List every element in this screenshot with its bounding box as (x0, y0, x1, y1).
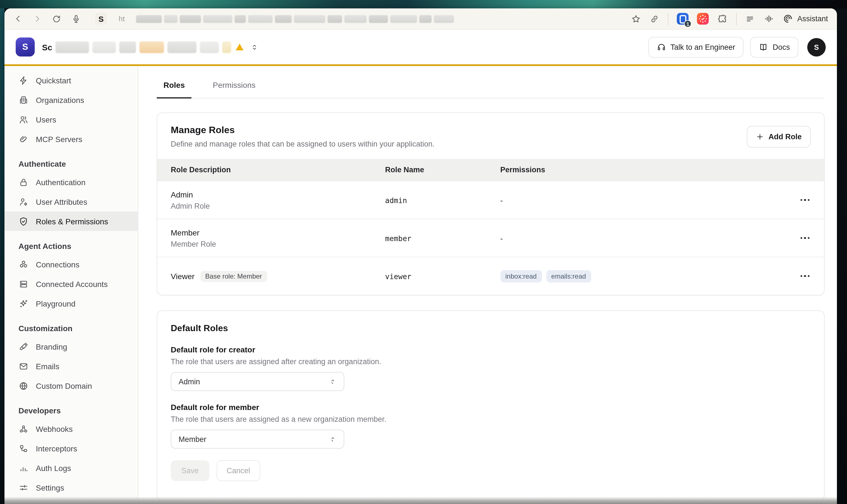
default-role-member-group: Default role for member The role that us… (171, 403, 811, 449)
save-button[interactable]: Save (171, 461, 209, 481)
app-logo: S (16, 37, 35, 56)
creator-role-select[interactable]: Admin (171, 372, 344, 391)
base-role-badge: Base role: Member (200, 270, 267, 282)
header-actions: Talk to an Engineer Docs S (648, 37, 826, 57)
tab-permissions[interactable]: Permissions (206, 80, 262, 98)
audio-equalizer-icon[interactable] (764, 14, 774, 24)
warning-triangle-icon (236, 43, 244, 50)
sidebar-item-webhooks[interactable]: Webhooks (4, 419, 138, 438)
sidebar-item-mcp-servers[interactable]: MCP Servers (4, 129, 138, 149)
default-roles-title: Default Roles (171, 323, 811, 334)
assistant-control[interactable]: Assistant (783, 14, 828, 24)
toolbar-divider (668, 13, 669, 25)
clock-extension-icon[interactable] (697, 13, 709, 24)
browser-toolbar-right: 1 (631, 13, 828, 25)
sidebar-item-organizations[interactable]: Organizations (4, 90, 138, 110)
docs-button[interactable]: Docs (750, 37, 798, 57)
extensions-puzzle-icon[interactable] (717, 14, 728, 24)
default-roles-card: Default Roles Default role for creator T… (157, 310, 825, 501)
chevron-updown-icon (329, 435, 336, 443)
sidebar-item-users[interactable]: Users (4, 110, 138, 129)
cancel-button[interactable]: Cancel (217, 461, 260, 481)
role-row-member: Member Member Role member - (157, 219, 824, 257)
tab-bar: Roles Permissions (157, 80, 825, 98)
plus-icon (756, 132, 764, 141)
manage-roles-title: Manage Roles (171, 125, 435, 136)
workspace-chevron-updown-icon[interactable] (250, 43, 259, 51)
webhook-icon (18, 424, 29, 434)
add-role-button[interactable]: Add Role (747, 126, 811, 148)
sidebar-item-roles-permissions[interactable]: Roles & Permissions (4, 212, 138, 231)
headphones-icon (656, 42, 666, 52)
sliders-icon (18, 483, 29, 492)
copy-link-icon[interactable] (650, 14, 659, 24)
sidebar-item-branding[interactable]: Branding (4, 337, 138, 356)
window-bottom-edge (4, 497, 837, 504)
role-subtitle: Member Role (171, 240, 385, 248)
forward-icon[interactable] (33, 14, 42, 23)
row-menu-icon[interactable] (799, 272, 811, 281)
role-name-value: viewer (385, 272, 412, 281)
permissions-empty: - (500, 196, 503, 204)
row-menu-icon[interactable] (799, 234, 811, 242)
sidebar-item-emails[interactable]: Emails (4, 356, 138, 376)
manage-roles-card: Manage Roles Define and manage roles tha… (157, 112, 825, 295)
sidebar-item-interceptors[interactable]: Interceptors (4, 438, 138, 458)
assistant-label: Assistant (797, 15, 828, 23)
sidebar-item-settings[interactable]: Settings (4, 478, 138, 497)
workspace-name: Sc (42, 42, 52, 52)
tab-roles[interactable]: Roles (157, 80, 191, 98)
paintbrush-icon (18, 342, 29, 352)
assistant-swirl-icon (783, 14, 793, 24)
sidebar-item-auth-logs[interactable]: Auth Logs (4, 458, 138, 478)
password-manager-extension-icon[interactable]: 1 (677, 13, 689, 24)
interceptor-icon (18, 443, 29, 453)
sidebar-item-connections[interactable]: Connections (4, 254, 138, 274)
sidebar-item-playground[interactable]: Playground (4, 294, 138, 313)
mcp-icon (18, 134, 29, 144)
sidebar-item-user-attributes[interactable]: User Attributes (4, 192, 138, 212)
workspace-switcher[interactable]: Sc (42, 41, 259, 53)
microphone-icon[interactable] (71, 14, 81, 24)
user-avatar[interactable]: S (807, 38, 826, 56)
role-name-value: admin (385, 196, 407, 204)
stacked-cards-icon (18, 279, 29, 289)
permissions-empty: - (500, 234, 503, 242)
role-name-value: member (385, 234, 412, 242)
role-title: Viewer (171, 272, 194, 281)
browser-toolbar: S ht 1 (4, 8, 837, 30)
sparkles-icon (18, 299, 29, 308)
row-menu-icon[interactable] (799, 196, 811, 204)
manage-roles-description: Define and manage roles that can be assi… (171, 140, 435, 148)
sidebar-item-quickstart[interactable]: Quickstart (4, 71, 138, 90)
reader-mode-icon[interactable] (745, 14, 755, 24)
permission-badge: emails:read (546, 270, 591, 282)
roles-table-header: Role Description Role Name Permissions (157, 159, 824, 181)
back-icon[interactable] (14, 14, 23, 23)
talk-to-engineer-button[interactable]: Talk to an Engineer (648, 37, 743, 57)
app-header: S Sc Talk to an Engineer Docs (4, 30, 837, 64)
member-role-label: Default role for member (171, 403, 811, 412)
sidebar-item-authentication[interactable]: Authentication (4, 172, 138, 192)
url-redacted (136, 15, 454, 23)
sidebar-item-connected-accounts[interactable]: Connected Accounts (4, 274, 138, 294)
url-text[interactable]: ht (119, 15, 125, 23)
column-role-description: Role Description (171, 166, 385, 174)
desktop-right-edge (837, 8, 847, 504)
zap-icon (18, 75, 29, 85)
sidebar-section-agent-actions: Agent Actions (4, 238, 138, 254)
role-title: Admin (171, 190, 385, 199)
envelope-icon (18, 361, 29, 371)
column-role-name: Role Name (385, 166, 500, 174)
site-favicon: S (95, 13, 107, 24)
users-icon (18, 114, 29, 124)
sidebar-item-custom-domain[interactable]: Custom Domain (4, 376, 138, 395)
bookmark-star-icon[interactable] (631, 14, 641, 24)
column-permissions: Permissions (500, 166, 718, 174)
reload-icon[interactable] (52, 14, 62, 24)
member-role-select[interactable]: Member (171, 430, 344, 449)
sidebar: Quickstart Organizations Users MCP Serve… (4, 66, 138, 504)
creator-role-label: Default role for creator (171, 345, 811, 354)
shield-check-icon (18, 216, 29, 226)
desktop-left-edge (0, 8, 4, 504)
